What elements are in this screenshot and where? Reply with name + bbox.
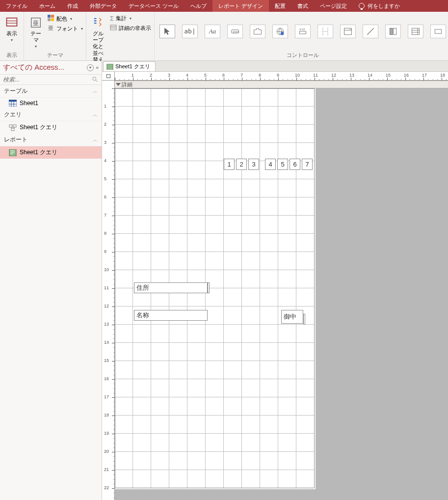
nav-category-queries[interactable]: クエリ ︿ [0, 109, 102, 121]
ruler-corner[interactable] [102, 72, 115, 81]
view-label: 表示 [6, 30, 17, 37]
menu-tab-create[interactable]: 作成 [61, 0, 84, 12]
ribbon-group-view: 表示 ▾ 表示 [0, 12, 24, 60]
control-button[interactable]: XXXX [227, 25, 243, 38]
control-pagebreak[interactable] [317, 25, 333, 38]
group-label-view: 表示 [3, 51, 21, 60]
menu-tab-arrange[interactable]: 配置 [269, 0, 291, 12]
dropdown-icon: ▾ [35, 44, 37, 49]
textbox-postal-6[interactable]: 6 [290, 159, 300, 170]
vertical-ruler[interactable]: 12345678910111213141516171819202122 [102, 81, 115, 500]
nav-collapse-icon[interactable]: « [96, 65, 99, 70]
menu-tab-report-design[interactable]: レポート デザイン [212, 0, 269, 12]
chevron-up-icon: ︿ [93, 88, 98, 95]
svg-text:XYZ: XYZ [299, 28, 305, 31]
nav-item-label: Sheet1 クエリ [20, 148, 57, 157]
main-area: すべての Access... ▾ « テーブル ︿ Sheet1 クエリ ︿ S… [0, 61, 448, 500]
nav-item-query-sheet1[interactable]: Sheet1 クエリ [0, 121, 102, 134]
report-icon [9, 149, 17, 156]
hidedetails-icon [110, 24, 117, 32]
horizontal-ruler[interactable]: 123456789101112131415161718 [115, 72, 448, 81]
menu-bar: ファイル ホーム 作成 外部データ データベース ツール ヘルプ レポート デザ… [0, 0, 448, 12]
menu-tab-help[interactable]: ヘルプ [184, 0, 212, 12]
fonts-button[interactable]: 亜 フォント▾ [48, 25, 83, 32]
search-icon[interactable] [92, 76, 99, 83]
control-hyperlink[interactable] [272, 25, 288, 38]
view-button[interactable]: 表示 ▾ [3, 15, 21, 44]
svg-rect-26 [412, 28, 420, 34]
menu-tab-dbtools[interactable]: データベース ツール [123, 0, 184, 12]
textbox-postal-2[interactable]: 2 [236, 159, 247, 170]
nav-header[interactable]: すべての Access... ▾ « [0, 61, 102, 75]
nav-search-input[interactable] [3, 76, 92, 83]
svg-rect-38 [9, 125, 12, 127]
totals-button[interactable]: Σ 集計▾ [110, 15, 151, 22]
control-rectangle[interactable] [430, 25, 446, 38]
control-label[interactable]: Aa [205, 25, 220, 38]
nav-item-label: Sheet1 [20, 100, 38, 107]
nav-dropdown-icon[interactable]: ▾ [87, 64, 94, 71]
textbox-postal-1[interactable]: 1 [224, 159, 235, 170]
svg-rect-6 [51, 15, 54, 18]
svg-rect-24 [390, 28, 393, 34]
section-bar-detail[interactable]: 詳細 [115, 81, 448, 88]
control-navigation[interactable]: XYZ [295, 25, 311, 38]
document-tab[interactable]: Sheet1 クエリ [103, 61, 156, 71]
theme-icon: 亜 [29, 16, 43, 29]
svg-text:亜: 亜 [48, 25, 53, 31]
lightbulb-icon [359, 3, 365, 9]
svg-point-31 [93, 77, 96, 81]
control-line[interactable] [363, 25, 378, 38]
control-listbox[interactable] [408, 25, 423, 38]
nav-category-label: テーブル [4, 87, 27, 95]
textbox-address-ext[interactable] [208, 282, 210, 293]
theme-label: テーマ [29, 30, 43, 43]
table-icon [9, 100, 17, 107]
svg-rect-47 [107, 64, 113, 70]
document-area: Sheet1 クエリ 123456789101112131415161718 1… [102, 61, 448, 500]
theme-button[interactable]: 亜 テーマ ▾ [27, 15, 45, 50]
svg-rect-10 [110, 25, 116, 30]
svg-rect-5 [48, 15, 51, 18]
control-tab[interactable] [250, 25, 265, 38]
view-icon [5, 16, 19, 29]
menu-tellme[interactable]: 何をしますか [353, 0, 406, 12]
menu-tab-home[interactable]: ホーム [33, 0, 61, 12]
menu-tab-pagesetup[interactable]: ページ設定 [314, 0, 353, 12]
sigma-icon: Σ [110, 15, 114, 22]
nav-item-table-sheet1[interactable]: Sheet1 [0, 98, 102, 109]
nav-category-reports[interactable]: レポート ︿ [0, 134, 102, 146]
hidedetails-label: 詳細の非表示 [119, 25, 151, 32]
menu-tab-external[interactable]: 外部データ [84, 0, 123, 12]
textbox-postal-5[interactable]: 5 [277, 159, 288, 170]
textbox-postal-4[interactable]: 4 [265, 159, 276, 170]
document-tab-label: Sheet1 クエリ [115, 63, 150, 70]
colors-button[interactable]: 配色▾ [48, 15, 83, 23]
colors-label: 配色 [56, 15, 67, 23]
control-combobox[interactable] [340, 25, 356, 38]
report-icon [106, 64, 113, 70]
section-expand-icon[interactable] [116, 83, 121, 86]
svg-rect-34 [9, 100, 17, 102]
section-label: 詳細 [122, 81, 132, 88]
ribbon-group-grouping: グループ化と 並べ替え Σ 集計▾ 詳細の非表示 グループ化と集計 [86, 12, 155, 60]
label-onchu[interactable]: 御中 [281, 310, 303, 324]
svg-rect-0 [7, 18, 17, 26]
textbox-address[interactable]: 住所 [134, 282, 208, 293]
control-togglebutton[interactable] [385, 25, 401, 38]
groupsort-button[interactable]: グループ化と 並べ替え [89, 15, 107, 64]
textbox-postal-7[interactable]: 7 [302, 159, 313, 170]
control-select[interactable] [159, 25, 175, 38]
textbox-postal-3[interactable]: 3 [248, 159, 259, 170]
menu-tab-format[interactable]: 書式 [291, 0, 314, 12]
design-canvas[interactable]: 123456789101112131415161718 123456789101… [102, 72, 448, 500]
nav-category-tables[interactable]: テーブル ︿ [0, 85, 102, 98]
control-textbox[interactable]: ab| [182, 25, 198, 38]
hidedetails-button[interactable]: 詳細の非表示 [110, 24, 151, 32]
menu-tab-file[interactable]: ファイル [0, 0, 33, 12]
svg-rect-30 [435, 29, 441, 33]
nav-item-report-sheet1[interactable]: Sheet1 クエリ [0, 146, 102, 159]
fonts-label: フォント [56, 25, 78, 32]
textbox-name[interactable]: 名称 [134, 310, 208, 321]
label-onchu-ext[interactable] [303, 314, 305, 325]
